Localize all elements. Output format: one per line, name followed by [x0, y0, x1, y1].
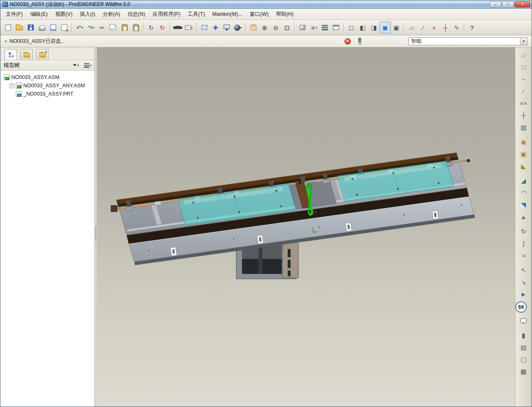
select-box-button[interactable]: ▾ [183, 22, 195, 33]
graphics-area[interactable] [97, 47, 515, 407]
copy-button[interactable] [108, 22, 119, 33]
no-hidden-button[interactable]: ◨ [368, 22, 379, 33]
tree-item[interactable]: +NO0033_ASSY_ANY.ASM [0, 81, 96, 90]
regen-manager-button[interactable]: ↻ [157, 22, 168, 33]
combo-dropdown-icon[interactable]: ▾ [520, 38, 527, 45]
datum-axis-tool[interactable]: ∕ [518, 86, 529, 96]
paste-button[interactable] [119, 22, 130, 33]
context-help-button[interactable]: ? [466, 22, 478, 33]
shaded-button[interactable]: ◼ [379, 22, 391, 33]
menu-item-8[interactable]: Manikin(M)... [209, 10, 246, 19]
layers-button[interactable] [319, 22, 330, 33]
menu-item-6[interactable]: 应用程序(P) [149, 9, 184, 20]
view-normal-button[interactable]: ↘ [518, 276, 529, 287]
tree-item[interactable]: NO0033_ASSY.ASM [0, 73, 96, 81]
reorient-button[interactable] [297, 22, 308, 33]
selection-filter-combo[interactable]: 智能 ▾ [409, 37, 527, 45]
menu-item-10[interactable]: 帮助(H) [272, 9, 297, 20]
datum-csys-tool[interactable]: ┼ [518, 110, 529, 121]
datum-points-toggle[interactable]: × [429, 22, 440, 33]
title-bar[interactable]: NO0033_ASSY (活动的) - Pro/ENGINEER Wildfir… [0, 0, 532, 9]
shaft-end-cap[interactable] [111, 205, 117, 212]
tree-item[interactable]: _NO0033_ASSY.PRT [0, 90, 96, 98]
enhanced-realism-button[interactable]: ▣ [391, 22, 402, 33]
save-button[interactable] [25, 22, 36, 33]
shaft-end-cap[interactable] [467, 159, 470, 162]
chamfer-tool[interactable]: ◥ [518, 199, 529, 210]
cut-button[interactable]: ✂ [96, 22, 108, 33]
spin-center-button[interactable]: ✚ [210, 22, 221, 33]
saved-views-button[interactable]: ≡▾ [308, 22, 319, 33]
3d-model-canvas[interactable] [97, 47, 515, 407]
extrude-tool[interactable]: ▲ [518, 211, 529, 222]
close-button[interactable]: × [515, 1, 530, 7]
appearance-gallery-button[interactable]: ▾ [232, 22, 244, 33]
notification-badge[interactable]: 69 [515, 301, 527, 313]
menu-item-4[interactable]: 分析(A) [99, 9, 124, 20]
datum-point-tool[interactable]: ×× [518, 98, 529, 109]
dropdown-arrow-icon[interactable]: ▾ [240, 26, 241, 30]
rib-tool[interactable]: ◣ [518, 160, 529, 171]
print-preview-button[interactable] [47, 22, 59, 33]
menu-item-0[interactable]: 文件(F) [2, 9, 27, 20]
menu-item-5[interactable]: 信息(N) [124, 9, 149, 20]
dropdown-arrow-icon[interactable]: ▾ [90, 64, 91, 67]
shell-tool[interactable]: ▣ [518, 148, 529, 159]
menu-item-2[interactable]: 视图(V) [52, 9, 76, 20]
tab-favorites[interactable] [36, 49, 49, 60]
new-file-button[interactable] [2, 22, 14, 33]
model-player-button[interactable]: ▮ [518, 330, 529, 340]
menu-item-9[interactable]: 窗口(W) [246, 9, 272, 20]
comment-tool[interactable] [518, 315, 529, 326]
tree-settings-button[interactable]: ▾ [84, 62, 91, 69]
redo-button[interactable]: ↷▾ [85, 22, 96, 33]
regen-gauge-icon[interactable] [358, 38, 361, 44]
open-button[interactable] [14, 22, 25, 33]
maximize-button[interactable]: □ [502, 1, 514, 7]
datum-plane-tool[interactable]: ▱ [518, 49, 529, 60]
wireframe-button[interactable]: ◻ [346, 22, 357, 33]
menu-item-1[interactable]: 编辑(E) [27, 9, 52, 20]
regenerate-button[interactable]: ↻ [145, 22, 157, 33]
undo-button[interactable]: ↶▾ [74, 22, 85, 33]
insert-here-button[interactable]: ► [518, 289, 529, 299]
dropdown-arrow-icon[interactable]: ▾ [191, 26, 192, 30]
orient-mode-button[interactable] [221, 22, 232, 33]
tab-folder-browser[interactable] [20, 49, 33, 60]
refit-button[interactable]: ⊡ [281, 22, 293, 33]
relations-button[interactable]: ▦ [518, 366, 529, 377]
menu-item-7[interactable]: 工具(T) [184, 9, 209, 20]
erase-display-button[interactable] [59, 22, 70, 33]
repaint-button[interactable] [199, 22, 210, 33]
hole-tool[interactable]: ◉ [518, 136, 529, 147]
pan-button[interactable] [248, 22, 259, 33]
tree-show-button[interactable]: ▾ [73, 62, 79, 69]
datum-curve-tool[interactable]: ~ [518, 74, 529, 84]
tree-expander[interactable]: + [10, 84, 14, 88]
datum-axes-toggle[interactable]: ∕ [417, 22, 429, 33]
dropdown-arrow-icon[interactable]: ▾ [77, 64, 79, 67]
annotations-toggle[interactable]: ✎ [451, 22, 462, 33]
view-manager-button[interactable] [330, 22, 342, 33]
paste-special-button[interactable] [130, 22, 141, 33]
datum-csys-toggle[interactable]: ┼ [440, 22, 451, 33]
revolve-tool[interactable]: ↻ [518, 226, 529, 237]
dropdown-arrow-icon[interactable]: ▾ [315, 26, 317, 30]
find-button[interactable] [172, 22, 183, 33]
hidden-line-button[interactable]: ◧ [357, 22, 368, 33]
capture-button[interactable]: ▢ [518, 354, 529, 365]
tab-model-tree[interactable] [5, 49, 17, 60]
explode-view-button[interactable]: ↖ [518, 264, 529, 275]
zoom-in-button[interactable]: ⊕ [259, 22, 270, 33]
sweep-tool[interactable]: ∫ [518, 238, 529, 249]
cosmetic-sketch-tool[interactable]: ▨ [518, 122, 529, 133]
zoom-out-button[interactable]: ⊖ [270, 22, 281, 33]
menu-item-3[interactable]: 插入(I) [76, 9, 99, 20]
dropdown-arrow-icon[interactable]: ▾ [81, 26, 83, 30]
draft-tool[interactable]: ◢ [518, 175, 529, 186]
stop-flag-icon[interactable]: ✕ [345, 38, 351, 44]
minimize-button[interactable]: – [490, 1, 501, 7]
round-tool[interactable]: ◠ [518, 187, 529, 198]
print-button[interactable] [36, 22, 47, 33]
datum-planes-toggle[interactable]: ▱ [406, 22, 417, 33]
